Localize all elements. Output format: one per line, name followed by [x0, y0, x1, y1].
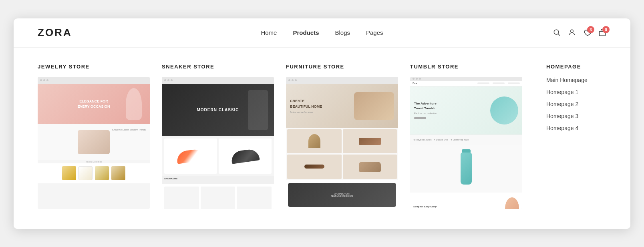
jewelry-item-3: [95, 166, 109, 180]
furniture-store-column: FURNITURE STORE CREATEBEAUTIFUL HOME Des…: [286, 64, 410, 209]
sneaker-shoe-2: [219, 139, 272, 174]
dot: [413, 78, 415, 80]
sneaker-mini-1: [164, 187, 199, 209]
jewelry-items: [38, 163, 150, 183]
dot: [46, 79, 48, 81]
tumblr-logo-text: Zora: [413, 82, 417, 84]
jewelry-item-4: [111, 166, 125, 180]
shoe-img-2: [231, 147, 259, 165]
tumblr-section-3: Strap for Easy Carry Comfortable and con…: [410, 193, 522, 209]
homepage-links: Main Homepage Homepage 1 Homepage 2 Home…: [546, 77, 606, 131]
jewelry-hero-text: ELEGANCE FOREVERY OCCASION: [77, 99, 110, 109]
nav-products[interactable]: Products: [293, 29, 319, 36]
account-button[interactable]: [568, 28, 576, 36]
jewelry-store-preview[interactable]: ELEGANCE FOREVERY OCCASION Shop the Late…: [38, 77, 150, 209]
furniture-cell-1: [287, 129, 342, 154]
sneaker-mini-2: [201, 187, 235, 209]
tumblr-hand-img: [505, 197, 519, 209]
bottle-cap: [462, 149, 471, 153]
feature-3: ★ Leather-top made: [451, 139, 469, 141]
homepage-link-3[interactable]: Homepage 3: [546, 113, 606, 119]
furniture-sideboard: [359, 138, 381, 145]
shoe-shape-1: [176, 148, 205, 164]
shoe-img-1: [177, 147, 205, 165]
svg-point-0: [554, 30, 559, 34]
furniture-grid: [286, 128, 398, 180]
furniture-sofa: [359, 162, 381, 172]
sneaker-hero-content: MODERN CLASSIC: [162, 84, 274, 136]
dot: [164, 79, 166, 81]
sneaker-athlete: [248, 90, 268, 130]
jewelry-bracelet-img: [78, 130, 110, 154]
jewelry-store-column: JEWELRY STORE ELEGANCE FOREVERY OCCASION…: [38, 64, 162, 209]
tumblr-store-title: TUMBLR STORE: [410, 64, 522, 70]
tumblr-nav-item-3: [508, 82, 520, 84]
tumblr-store-column: TUMBLR STORE Zora The Adventu: [410, 64, 534, 209]
tumblr-nav-item-1: [477, 82, 489, 84]
account-icon: [568, 28, 576, 36]
sneaker-shoes-section: [162, 136, 274, 176]
nav-home[interactable]: Home: [261, 29, 277, 36]
preview-top-bar: [286, 77, 398, 84]
svg-point-2: [571, 30, 574, 32]
jewelry-item-2: [78, 166, 93, 180]
tumblr-hero-title: The AdventureTravel Tumblr: [414, 101, 486, 110]
dot: [167, 79, 169, 81]
furniture-store-title: FURNITURE STORE: [286, 64, 398, 70]
search-icon: [553, 28, 561, 36]
dot: [292, 79, 294, 81]
tumblr-mini-nav: Zora: [410, 81, 522, 86]
jewelry-model: [126, 88, 142, 120]
sneaker-mini-3: [237, 187, 272, 209]
cart-button[interactable]: 0: [598, 28, 606, 36]
homepage-link-2[interactable]: Homepage 2: [546, 101, 606, 107]
tumblr-features-bar: ♻ Recycled Solution ✦ Durable Drive ★ Le…: [410, 135, 522, 145]
sneaker-shoe-1: [164, 139, 217, 174]
sneaker-store-column: SNEAKER STORE MODERN CLASSIC: [162, 64, 286, 209]
sneaker-hero: MODERN CLASSIC: [162, 84, 274, 136]
nav-pages[interactable]: Pages: [366, 29, 383, 36]
nav-blogs[interactable]: Blogs: [335, 29, 350, 36]
dot: [288, 79, 290, 81]
sneaker-label: SNEAKERS: [162, 176, 274, 184]
tumblr-store-preview[interactable]: Zora The AdventureTravel Tumblr Explore …: [410, 77, 522, 209]
furniture-hero-text-block: CREATEBEAUTIFUL HOME Design your perfect…: [286, 94, 354, 117]
tumblr-btn: [414, 117, 426, 119]
tumblr-hero-sub: Explore our collection: [414, 112, 486, 114]
homepage-link-1[interactable]: Homepage 1: [546, 89, 606, 95]
brand-logo[interactable]: ZORA: [38, 26, 72, 39]
furniture-store-preview[interactable]: CREATEBEAUTIFUL HOME Design your perfect…: [286, 77, 398, 209]
feature-1: ♻ Recycled Solution: [413, 139, 431, 141]
jewelry-store-title: JEWELRY STORE: [38, 64, 150, 70]
tumblr-strap-text: Strap for Easy Carry Comfortable and con…: [413, 205, 502, 209]
search-button[interactable]: [553, 28, 561, 36]
furniture-promo-text: UPGRADE YOURSEATING EXPERIENCE: [331, 193, 353, 197]
tumblr-bottle-container: [413, 148, 519, 189]
dropdown-panel: JEWELRY STORE ELEGANCE FOREVERY OCCASION…: [14, 48, 630, 229]
homepage-link-main[interactable]: Main Homepage: [546, 77, 606, 83]
sneaker-bg-figure: [202, 90, 234, 130]
tumblr-bottle: [461, 153, 472, 185]
homepage-link-4[interactable]: Homepage 4: [546, 125, 606, 131]
furniture-chair: [308, 134, 320, 148]
wishlist-button[interactable]: 3: [583, 28, 591, 36]
furniture-bottom: UPGRADE YOURSEATING EXPERIENCE: [286, 180, 398, 209]
tumblr-hero-text-block: The AdventureTravel Tumblr Explore our c…: [414, 101, 486, 119]
cart-badge: 0: [602, 26, 610, 33]
shoe-shape-2: [230, 148, 260, 164]
sneaker-store-title: SNEAKER STORE: [162, 64, 274, 70]
furniture-sofa-img: [354, 92, 394, 120]
navbar: ZORA Home Products Blogs Pages: [14, 18, 630, 47]
tumblr-hero: The AdventureTravel Tumblr Explore our c…: [410, 86, 522, 135]
jewelry-label: Newest Collection: [38, 160, 150, 163]
browser-window: ZORA Home Products Blogs Pages: [14, 18, 630, 229]
tumblr-hero-tumbler-img: [490, 96, 518, 125]
sneaker-store-preview[interactable]: MODERN CLASSIC: [162, 77, 274, 209]
furniture-dark-section: UPGRADE YOURSEATING EXPERIENCE: [288, 183, 396, 207]
furniture-hero: CREATEBEAUTIFUL HOME Design your perfect…: [286, 84, 398, 128]
jewelry-item-1: [62, 166, 76, 180]
homepage-title: HOMEPAGE: [546, 64, 606, 70]
jewelry-section-2: Shop the Latest Jewelry Trends: [38, 124, 150, 160]
dot: [419, 78, 421, 80]
jewelry-caption: Shop the Latest Jewelry Trends: [112, 128, 146, 132]
